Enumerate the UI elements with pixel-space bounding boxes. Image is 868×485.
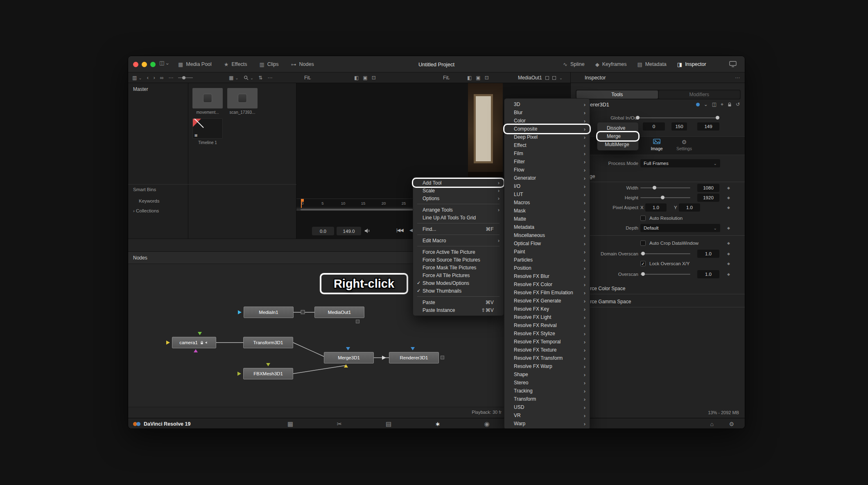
menu-item-force-all-tiles[interactable]: ✓ Force All Tile Pictures › bbox=[413, 271, 504, 279]
thumbnail-view-icon[interactable]: ▥ bbox=[132, 75, 137, 81]
global-in-out-slider[interactable] bbox=[637, 117, 718, 118]
menu-item-usd[interactable]: ✓ USD › bbox=[504, 403, 590, 411]
global-mid-field[interactable]: 150 bbox=[671, 122, 687, 131]
depth-dropdown[interactable]: Default⌄ bbox=[640, 224, 720, 232]
page-fusion[interactable]: ∗ bbox=[434, 420, 483, 428]
node-camera1[interactable]: camera1 bbox=[172, 337, 216, 348]
menu-item-blur[interactable]: ✓ Blur › bbox=[504, 108, 590, 117]
node-merge3d1[interactable]: Merge3D1 bbox=[324, 352, 374, 363]
bin-more-icon[interactable]: ⋯ bbox=[267, 75, 272, 81]
overscan-field[interactable]: 1.0 bbox=[697, 270, 719, 278]
image-section-header[interactable]: Image bbox=[571, 172, 745, 182]
menu-item-rfx-texture[interactable]: ✓ Resolve FX Texture › bbox=[504, 346, 590, 354]
domain-overscan-slider[interactable] bbox=[640, 253, 690, 254]
subtab-settings[interactable]: ⚙ Settings bbox=[671, 139, 697, 151]
menu-item-io[interactable]: ✓ I/O › bbox=[504, 182, 590, 190]
menu-item-add-tool[interactable]: ✓ Add Tool › bbox=[413, 179, 504, 187]
bin-master[interactable]: Master bbox=[128, 83, 188, 92]
menu-item-force-source-tiles[interactable]: ✓ Force Source Tile Pictures › bbox=[413, 256, 504, 264]
menu-item-deep-pixel[interactable]: ✓ Deep Pixel › bbox=[504, 133, 590, 141]
menu-item-rfx-film-emulation[interactable]: ✓ Resolve FX Film Emulation › bbox=[504, 289, 590, 297]
menu-item-rfx-light[interactable]: ✓ Resolve FX Light › bbox=[504, 313, 590, 321]
menu-item-position[interactable]: ✓ Position › bbox=[504, 264, 590, 272]
smart-bins-label[interactable]: Smart Bins bbox=[133, 187, 156, 192]
slider-knob[interactable] bbox=[661, 196, 665, 199]
gain-gamma-icon[interactable]: ▣ bbox=[363, 75, 367, 81]
global-out-field[interactable]: 149 bbox=[697, 122, 719, 131]
in-point-field[interactable]: 0.0 bbox=[312, 227, 334, 235]
menu-item-rfx-stylize[interactable]: ✓ Resolve FX Stylize › bbox=[504, 329, 590, 338]
menu-item[interactable]: ✓ › bbox=[417, 235, 500, 235]
auto-crop-checkbox[interactable] bbox=[640, 241, 646, 246]
menu-item-matte[interactable]: ✓ Matte › bbox=[504, 215, 590, 223]
menu-item-rfx-revival[interactable]: ✓ Resolve FX Revival › bbox=[504, 321, 590, 329]
fit-dropdown-left[interactable]: Fit⌄ bbox=[304, 75, 312, 81]
tab-inspector[interactable]: ◨ Inspector bbox=[677, 61, 706, 68]
compare-icon[interactable]: ⊡ bbox=[372, 75, 376, 81]
grid-chevron-icon[interactable]: ⌄ bbox=[235, 76, 238, 80]
zoom-window-button[interactable] bbox=[150, 62, 156, 67]
menu-item-line-up-all-tools[interactable]: ✓ Line Up All Tools To Grid › bbox=[413, 214, 504, 221]
input-triangle-marker[interactable] bbox=[344, 364, 348, 368]
page-media[interactable]: ▦ bbox=[286, 420, 335, 428]
clip-movement[interactable]: movement... bbox=[192, 88, 223, 115]
input-triangle-marker[interactable] bbox=[237, 372, 241, 376]
grid-view-icon[interactable]: ▦ bbox=[229, 75, 233, 81]
input-triangle-marker[interactable] bbox=[166, 341, 170, 345]
sort-icon[interactable]: ⇅ bbox=[258, 75, 262, 81]
keyframe-diamond-icon[interactable]: ◆ bbox=[727, 205, 730, 210]
menu-item-show-modes[interactable]: ✓ Show Modes/Options › bbox=[413, 279, 504, 287]
menu-item-rfx-color[interactable]: ✓ Resolve FX Color › bbox=[504, 280, 590, 289]
menu-item-rfx-generate[interactable]: ✓ Resolve FX Generate › bbox=[504, 297, 590, 305]
node-fbxmesh3d1[interactable]: FBXMesh3D1 bbox=[243, 368, 293, 379]
node-output-square[interactable] bbox=[356, 320, 359, 323]
keyframe-diamond-icon[interactable]: ◆ bbox=[727, 186, 730, 190]
reset-icon[interactable]: ↺ bbox=[736, 102, 740, 107]
tab-keyframes[interactable]: ◆ Keyframes bbox=[595, 61, 627, 68]
source-color-space-header[interactable]: Source Color Space bbox=[571, 284, 745, 294]
node-renderer3d1[interactable]: Renderer3D1 bbox=[389, 352, 439, 363]
menu-item-warp[interactable]: ✓ Warp › bbox=[504, 420, 590, 428]
slider-knob[interactable] bbox=[636, 116, 640, 120]
node-mediain1[interactable]: MediaIn1 bbox=[244, 307, 294, 318]
menu-item-tracking[interactable]: ✓ Tracking › bbox=[504, 387, 590, 395]
menu-item-shape[interactable]: ✓ Shape › bbox=[504, 370, 590, 379]
overscan-slider[interactable] bbox=[640, 274, 690, 275]
compare-icon[interactable]: ⊡ bbox=[485, 75, 489, 81]
height-slider[interactable] bbox=[640, 197, 690, 198]
input-triangle-marker[interactable] bbox=[198, 332, 202, 335]
pin-icon[interactable]: ⌖ bbox=[721, 102, 723, 107]
menu-item-paint[interactable]: ✓ Paint › bbox=[504, 248, 590, 256]
menu-item-mask[interactable]: ✓ Mask › bbox=[504, 207, 590, 215]
menu-item-optical-flow[interactable]: ✓ Optical Flow › bbox=[504, 239, 590, 248]
height-field[interactable]: 1920 bbox=[697, 194, 719, 202]
fit-dropdown-right[interactable]: Fit⌄ bbox=[443, 75, 451, 81]
process-mode-dropdown[interactable]: Full Frames⌄ bbox=[640, 159, 720, 167]
menu-item-effect[interactable]: ✓ Effect › bbox=[504, 141, 590, 149]
slider-knob[interactable] bbox=[716, 116, 719, 120]
clean-feed-monitor-icon[interactable] bbox=[729, 61, 737, 67]
version-color-dot[interactable] bbox=[696, 103, 700, 106]
subtab-image[interactable]: Image bbox=[644, 139, 670, 151]
keyframe-diamond-icon[interactable]: ◆ bbox=[727, 226, 730, 230]
menu-item-3d[interactable]: ✓ 3D › bbox=[504, 100, 590, 108]
menu-item[interactable]: ✓ › bbox=[417, 204, 500, 204]
split-wipe-icon[interactable]: ◧ bbox=[354, 75, 359, 81]
out-point-field[interactable]: 149.0 bbox=[337, 227, 361, 235]
viewer-source-chevron-icon[interactable]: ⌄ bbox=[559, 76, 563, 80]
menu-item-force-mask-tiles[interactable]: ✓ Force Mask Tile Pictures › bbox=[413, 264, 504, 271]
domain-overscan-field[interactable]: 1.0 bbox=[697, 250, 719, 258]
menu-item-paste-instance[interactable]: ✓ Paste Instance ⇧⌘V › bbox=[413, 306, 504, 314]
minimize-window-button[interactable] bbox=[142, 62, 147, 67]
menu-item-filter[interactable]: ✓ Filter › bbox=[504, 158, 590, 166]
forward-icon[interactable]: › bbox=[154, 75, 155, 81]
play-reverse-button[interactable]: ◀ bbox=[409, 228, 412, 233]
menu-item-transform[interactable]: ✓ Transform › bbox=[504, 395, 590, 403]
input-triangle-marker[interactable] bbox=[346, 347, 350, 350]
viewer-layer-icon[interactable] bbox=[545, 76, 549, 80]
tab-modifiers[interactable]: Modifiers bbox=[659, 90, 740, 99]
width-slider[interactable] bbox=[640, 187, 690, 188]
layers-icon[interactable]: ◫ bbox=[712, 102, 717, 107]
menu-item-find[interactable]: ✓ Find... ⌘F › bbox=[413, 225, 504, 233]
input-triangle-marker[interactable] bbox=[266, 363, 270, 366]
